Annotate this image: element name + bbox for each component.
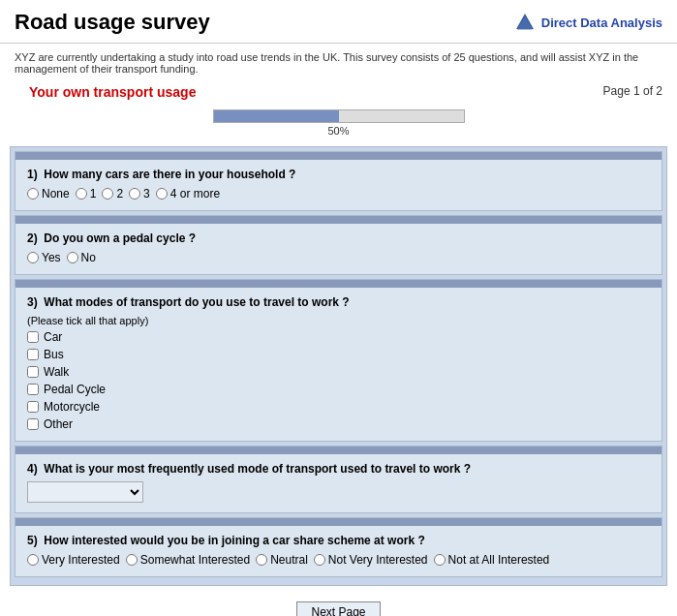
radio-group-1: None 1 2 3 4 or more [27, 187, 650, 200]
radio-option[interactable]: 3 [129, 187, 150, 200]
radio-input-not-very-interested[interactable] [314, 554, 325, 566]
page-info: Page 1 of 2 [603, 84, 662, 98]
radio-option-somewhat-interested[interactable]: Somewhat Interested [126, 553, 250, 567]
checkbox-motorcycle[interactable] [27, 401, 39, 413]
radio-input-yes[interactable] [27, 252, 39, 263]
radio-option-not-at-all[interactable]: Not at All Interested [434, 553, 550, 567]
radio-input-not-at-all-interested[interactable] [434, 554, 446, 566]
survey-container: 1) How many cars are there in your house… [10, 146, 667, 586]
question-text-4: 4) What is your most frequently used mod… [27, 462, 650, 476]
next-page-button[interactable]: Next Page [296, 601, 380, 616]
radio-input-no[interactable] [67, 252, 78, 263]
checkbox-option-other[interactable]: Other [27, 417, 650, 431]
question-body-3: 3) What modes of transport do you use to… [15, 288, 662, 441]
radio-input-none[interactable] [27, 188, 39, 200]
question-body-4: 4) What is your most frequently used mod… [15, 454, 662, 512]
radio-input-somewhat-interested[interactable] [126, 554, 138, 566]
radio-option-neutral[interactable]: Neutral [256, 553, 308, 567]
question-header-4 [15, 447, 662, 454]
radio-input-4ormore[interactable] [156, 188, 168, 200]
radio-input-very-interested[interactable] [27, 554, 39, 566]
radio-option-no[interactable]: No [67, 251, 96, 264]
radio-input-neutral[interactable] [256, 554, 267, 566]
checkbox-group-3: Car Bus Walk Pedal Cycle Motorcycle Othe… [27, 330, 650, 431]
checkbox-option-motorcycle[interactable]: Motorcycle [27, 400, 650, 414]
progress-label: 50% [327, 125, 349, 137]
logo-area: Direct Data Analysis [514, 12, 662, 33]
question-body-5: 5) How interested would you be in joinin… [15, 526, 662, 576]
checkbox-option-pedalcycle[interactable]: Pedal Cycle [27, 383, 650, 396]
question-text-1: 1) How many cars are there in your house… [27, 168, 650, 181]
question-block-3: 3) What modes of transport do you use to… [15, 279, 662, 442]
radio-option-very-interested[interactable]: Very Interested [27, 553, 120, 567]
radio-option[interactable]: None [27, 187, 70, 200]
question-header-2 [15, 216, 662, 224]
question-text-5: 5) How interested would you be in joinin… [27, 534, 650, 547]
question-header-1 [15, 152, 662, 160]
dropdown-area-4: Car Bus Walk Pedal Cycle Motorcycle Othe… [27, 481, 650, 503]
radio-option[interactable]: 4 or more [156, 187, 220, 200]
radio-option[interactable]: 1 [76, 187, 97, 200]
radio-input-1[interactable] [76, 188, 87, 200]
title-row: Your own transport usage Page 1 of 2 [0, 78, 677, 104]
radio-group-2: Yes No [27, 251, 650, 264]
radio-input-2[interactable] [102, 188, 113, 200]
intro-text: XYZ are currently undertaking a study in… [0, 44, 677, 78]
radio-option-not-very[interactable]: Not Very Interested [314, 553, 428, 567]
question-body-2: 2) Do you own a pedal cycle ? Yes No [15, 224, 662, 274]
radio-option[interactable]: 2 [102, 187, 123, 200]
question-text-3: 3) What modes of transport do you use to… [27, 295, 650, 309]
checkbox-pedalcycle[interactable] [27, 384, 39, 395]
progress-bar-outer [213, 109, 465, 123]
checkbox-option-bus[interactable]: Bus [27, 348, 650, 361]
progress-bar-inner [214, 110, 339, 122]
checkbox-car[interactable] [27, 331, 39, 343]
checkbox-walk[interactable] [27, 366, 39, 378]
question-block-4: 4) What is your most frequently used mod… [15, 446, 662, 513]
question-header-5 [15, 518, 662, 526]
logo-icon [514, 12, 536, 33]
logo-text: Direct Data Analysis [541, 15, 662, 30]
progress-container: 50% [0, 104, 677, 140]
question-header-3 [15, 280, 662, 288]
question-block-2: 2) Do you own a pedal cycle ? Yes No [15, 215, 662, 275]
question-block-5: 5) How interested would you be in joinin… [15, 517, 662, 577]
page-title: Road usage survey [15, 10, 210, 35]
checkbox-bus[interactable] [27, 349, 39, 360]
radio-group-5: Very Interested Somewhat Interested Neut… [27, 553, 650, 567]
section-title: Your own transport usage [15, 80, 210, 102]
radio-input-3[interactable] [129, 188, 140, 200]
question-body-1: 1) How many cars are there in your house… [15, 160, 662, 210]
checkbox-option-car[interactable]: Car [27, 330, 650, 344]
checkbox-other[interactable] [27, 418, 39, 430]
next-page-area: Next Page [0, 592, 677, 616]
transport-mode-select[interactable]: Car Bus Walk Pedal Cycle Motorcycle Othe… [27, 481, 143, 503]
question-text-2: 2) Do you own a pedal cycle ? [27, 231, 650, 245]
question-block-1: 1) How many cars are there in your house… [15, 151, 662, 211]
header: Road usage survey Direct Data Analysis [0, 0, 677, 44]
checkbox-option-walk[interactable]: Walk [27, 365, 650, 379]
radio-option-yes[interactable]: Yes [27, 251, 61, 264]
question-subtext-3: (Please tick all that apply) [27, 315, 650, 326]
